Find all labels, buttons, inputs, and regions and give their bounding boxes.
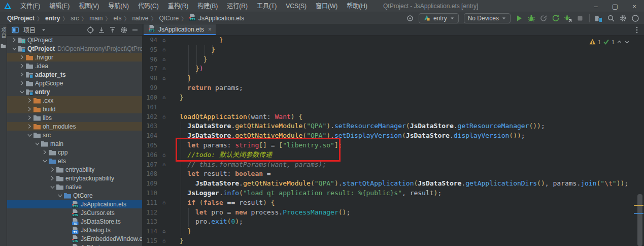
tree-item-entrybackupability[interactable]: entrybackupability bbox=[7, 174, 142, 182]
run-button[interactable] bbox=[514, 13, 525, 23]
breadcrumb-native[interactable]: native bbox=[131, 15, 149, 22]
chevron-right-icon[interactable] bbox=[11, 36, 18, 44]
chevron-right-icon[interactable] bbox=[19, 71, 25, 79]
chevron-right-icon[interactable] bbox=[42, 148, 48, 157]
device-target-button[interactable] bbox=[404, 13, 416, 23]
breadcrumb-ets[interactable]: ets bbox=[112, 15, 122, 22]
project-tree[interactable]: QtProjectQtProject D:\OpenHarmony\Projec… bbox=[7, 36, 142, 246]
module-select[interactable]: entry bbox=[419, 13, 459, 23]
fold-marker-icon[interactable]: ⌂ bbox=[160, 74, 167, 83]
tree-item-AppScope[interactable]: AppScope bbox=[7, 79, 142, 87]
breadcrumb-QtCore[interactable]: QtCore bbox=[158, 15, 180, 22]
tree-item-entry[interactable]: entry bbox=[7, 87, 142, 96]
expand-all-button[interactable] bbox=[108, 25, 118, 35]
more-options-icon[interactable] bbox=[633, 26, 641, 36]
profile-button[interactable] bbox=[630, 13, 641, 23]
stripe-mark-warning[interactable] bbox=[634, 205, 643, 206]
code-line-98[interactable]: 98⌂ } bbox=[142, 74, 644, 83]
menu-item-3[interactable]: 导航(N) bbox=[104, 3, 133, 10]
folder-icon[interactable] bbox=[1, 41, 6, 50]
fold-marker-icon[interactable]: ⌂ bbox=[160, 36, 167, 45]
code-line-113[interactable]: 113 pro.exit(0); bbox=[142, 217, 644, 227]
tree-item-JsFile.ts[interactable]: TSJsFile.ts bbox=[7, 243, 142, 246]
tree-item-JsApplication.ets[interactable]: ETSJsApplication.ets bbox=[7, 200, 142, 208]
code-line-111[interactable]: 111⌂ if (false == result) { bbox=[142, 198, 644, 208]
menu-item-4[interactable]: 代码(C) bbox=[133, 3, 163, 10]
tree-item-QtProject[interactable]: QtProject D:\OpenHarmony\Project\QtProje… bbox=[7, 44, 142, 53]
tree-item-JsDataStore.ts[interactable]: TSJsDataStore.ts bbox=[7, 217, 142, 226]
menu-item-2[interactable]: 视图(V) bbox=[74, 3, 104, 10]
menu-item-11[interactable]: 帮助(H) bbox=[342, 3, 372, 10]
code-line-102[interactable]: 102⌂ loadQtApplication(want: Want) { bbox=[142, 112, 644, 122]
fold-marker-icon[interactable]: ⌂ bbox=[160, 45, 167, 55]
project-stripe-label[interactable]: 项目 bbox=[0, 27, 7, 39]
project-panel-title[interactable]: 项目 bbox=[23, 25, 36, 34]
device-file-explorer-button[interactable] bbox=[593, 13, 604, 23]
code-line-108[interactable]: 108 let result: boolean = bbox=[142, 169, 644, 179]
code-line-99[interactable]: 99 return params; bbox=[142, 83, 644, 93]
chevron-right-icon[interactable] bbox=[19, 62, 25, 70]
code-line-96[interactable]: 96⌂ } bbox=[142, 55, 644, 65]
breadcrumb-file[interactable]: ETSJsApplication.ets bbox=[188, 13, 244, 23]
tree-item-QtCore[interactable]: QtCore bbox=[7, 191, 142, 200]
chevron-right-icon[interactable] bbox=[19, 79, 25, 87]
fold-marker-icon[interactable]: ⌂ bbox=[160, 93, 167, 103]
chevron-right-icon[interactable] bbox=[49, 166, 56, 174]
code-line-109[interactable]: 109 JsDataStore.getQtNativeModule("QPA")… bbox=[142, 179, 644, 189]
stop-button[interactable] bbox=[574, 13, 586, 23]
fold-marker-icon[interactable]: ⌂ bbox=[160, 160, 167, 170]
menu-item-8[interactable]: 工具(T) bbox=[252, 3, 281, 10]
tree-item-ets[interactable]: ets bbox=[7, 157, 142, 165]
fold-marker-icon[interactable]: ⌂ bbox=[160, 64, 167, 74]
tree-item-native[interactable]: native bbox=[7, 182, 142, 191]
code-line-94[interactable]: 94⌂ } bbox=[142, 36, 644, 45]
chevron-down-icon[interactable] bbox=[49, 183, 56, 191]
chevron-down-icon[interactable] bbox=[39, 25, 49, 35]
chevron-down-icon[interactable] bbox=[57, 192, 63, 200]
tree-item-libs[interactable]: libs bbox=[7, 113, 142, 122]
code-line-101[interactable]: 101 bbox=[142, 103, 644, 112]
code-line-95[interactable]: 95⌂ } bbox=[142, 45, 644, 55]
chevron-right-icon[interactable] bbox=[26, 114, 33, 122]
menu-item-9[interactable]: VCS(S) bbox=[281, 3, 311, 10]
code-line-112[interactable]: 112 let pro = new process.ProcessManager… bbox=[142, 208, 644, 218]
settings-button[interactable] bbox=[618, 13, 629, 23]
breadcrumb-entry[interactable]: entry bbox=[44, 15, 61, 22]
tree-item-entryability[interactable]: entryability bbox=[7, 165, 142, 174]
search-button[interactable] bbox=[605, 13, 617, 23]
menu-item-10[interactable]: 窗口(W) bbox=[311, 3, 342, 10]
chevron-right-icon[interactable] bbox=[26, 97, 33, 105]
tab-close-icon[interactable]: × bbox=[208, 26, 212, 33]
tree-item-src[interactable]: src bbox=[7, 131, 142, 139]
menu-item-7[interactable]: 运行(R) bbox=[222, 3, 252, 10]
menu-item-5[interactable]: 重构(R) bbox=[163, 3, 193, 10]
next-problem-icon[interactable] bbox=[624, 39, 630, 46]
code-line-97[interactable]: 97⌂ }) bbox=[142, 64, 644, 74]
breadcrumb-src[interactable]: src bbox=[70, 15, 80, 22]
menu-item-1[interactable]: 编辑(E) bbox=[45, 3, 74, 10]
minimize-button[interactable]: – bbox=[586, 0, 605, 12]
inspections-widget[interactable]: 11 bbox=[589, 39, 630, 46]
tree-item-JsDialog.ts[interactable]: TSJsDialog.ts bbox=[7, 226, 142, 234]
chevron-down-icon[interactable] bbox=[26, 131, 33, 139]
device-select[interactable]: No Devices bbox=[464, 13, 511, 23]
breadcrumb-main[interactable]: main bbox=[88, 15, 104, 22]
tab-jsapplication[interactable]: ETS JsApplication.ets × bbox=[144, 24, 216, 35]
code-editor[interactable]: 94⌂ }95⌂ }96⌂ }97⌂ })98⌂ }99 return para… bbox=[142, 36, 644, 246]
tree-item-.cxx[interactable]: .cxx bbox=[7, 96, 142, 105]
menu-item-0[interactable]: 文件(F) bbox=[16, 3, 45, 10]
ok-icon[interactable] bbox=[603, 39, 609, 46]
close-button[interactable]: × bbox=[625, 0, 644, 12]
settings-button[interactable] bbox=[119, 25, 129, 35]
stripe-mark-info[interactable] bbox=[634, 213, 643, 214]
restore-button[interactable]: ▢ bbox=[605, 0, 625, 12]
tree-item-QtProject[interactable]: QtProject bbox=[7, 36, 142, 44]
code-line-103[interactable]: 103 JsDataStore.getQtNativeModule("QPA")… bbox=[142, 121, 644, 131]
chevron-right-icon[interactable] bbox=[49, 174, 56, 182]
chevron-right-icon[interactable] bbox=[19, 53, 25, 62]
profile-button[interactable] bbox=[538, 13, 549, 23]
tree-item-JsEmbeddedWindow.ets[interactable]: ETSJsEmbeddedWindow.ets bbox=[7, 234, 142, 243]
chevron-down-icon[interactable] bbox=[42, 157, 48, 165]
prev-problem-icon[interactable] bbox=[617, 39, 622, 46]
tree-item-build[interactable]: build bbox=[7, 105, 142, 113]
